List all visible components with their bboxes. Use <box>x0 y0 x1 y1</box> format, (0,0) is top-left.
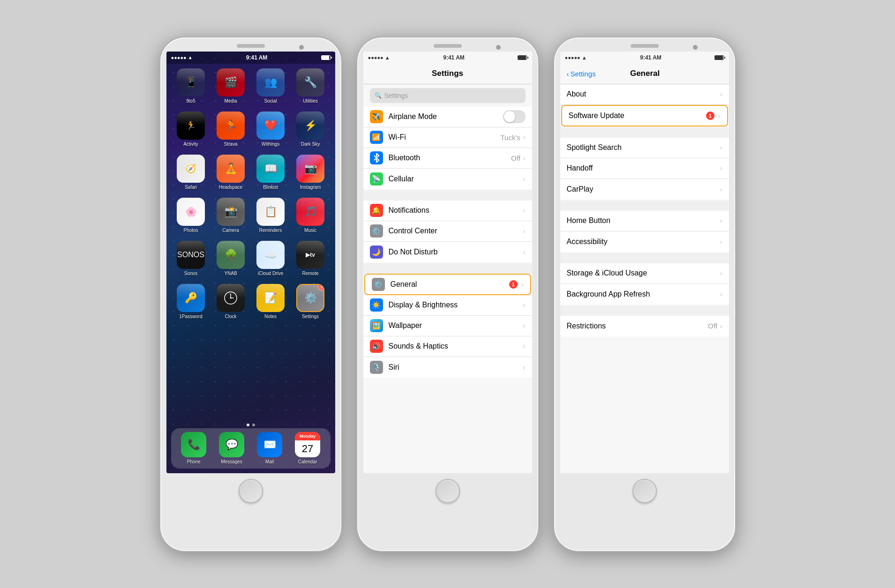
app-activity[interactable]: 🏃 Activity <box>173 112 209 147</box>
home-button-2[interactable] <box>436 479 460 503</box>
settings-row-display[interactable]: ☀️ Display & Brightness › <box>363 295 532 316</box>
app-icon-safari[interactable]: 🧭 <box>177 155 205 183</box>
settings-row-bluetooth[interactable]: Bluetooth Off › <box>363 148 532 169</box>
app-icon-headspace[interactable]: 🧘 <box>217 155 245 183</box>
page-dots <box>166 424 335 426</box>
app-remote[interactable]: ▶tv Remote <box>293 241 329 276</box>
app-media[interactable]: 🎬 Media <box>213 68 249 104</box>
app-camera[interactable]: 📸 Camera <box>213 198 249 233</box>
app-icon-settings[interactable]: ⚙️ 1 <box>296 284 324 312</box>
app-social[interactable]: 👥 Social <box>253 68 289 104</box>
app-icon-social[interactable]: 👥 <box>256 68 285 97</box>
home-button-1[interactable] <box>239 479 263 503</box>
battery-fill-home <box>322 56 329 60</box>
app-icon-music[interactable]: 🎵 <box>296 198 324 226</box>
display-icon: ☀️ <box>370 298 383 312</box>
app-icon-instagram[interactable]: 📷 <box>296 155 324 183</box>
settings-row-siri[interactable]: 🎙️ Siri › <box>363 357 532 378</box>
app-music[interactable]: 🎵 Music <box>293 198 329 233</box>
dock-mail[interactable]: ✉️ Mail <box>257 432 282 465</box>
dock-icon-messages[interactable]: 💬 <box>219 432 244 457</box>
cellular-chevron: › <box>523 175 526 183</box>
settings-row-general[interactable]: ⚙️ General 1 › <box>364 274 531 295</box>
app-strava[interactable]: 🏃 Strava <box>213 112 249 147</box>
app-emoji-reminders: 📋 <box>264 206 277 218</box>
carplay-chevron: › <box>720 186 722 193</box>
general-row-homebutton[interactable]: Home Button › <box>560 211 729 231</box>
app-icon-strava[interactable]: 🏃 <box>217 112 245 140</box>
dock-phone[interactable]: 📞 Phone <box>181 432 206 465</box>
app-reminders[interactable]: 📋 Reminders <box>253 198 289 233</box>
app-icon-icloud[interactable]: ☁️ <box>256 241 285 269</box>
general-row-handoff[interactable]: Handoff › <box>560 158 729 179</box>
app-icon-withings[interactable]: ❤️ <box>256 112 285 140</box>
app-icon-darksky[interactable]: ⚡ <box>296 112 324 140</box>
app-1password[interactable]: 🔑 1Password <box>173 284 209 320</box>
app-emoji-camera: 📸 <box>225 206 237 218</box>
app-sonos[interactable]: SONOS Sonos <box>173 241 209 276</box>
settings-row-airplane[interactable]: ✈️ Airplane Mode <box>363 107 532 127</box>
general-row-storage[interactable]: Storage & iCloud Usage › <box>560 263 729 284</box>
general-row-about[interactable]: About › <box>560 84 729 105</box>
dock-icon-mail[interactable]: ✉️ <box>257 432 282 457</box>
app-darksky[interactable]: ⚡ Dark Sky <box>293 112 329 147</box>
app-utilities[interactable]: 🔧 Utilities <box>293 68 329 104</box>
settings-row-notifications[interactable]: 🔔 Notifications › <box>363 201 532 221</box>
settings-row-cellular[interactable]: 📡 Cellular › <box>363 169 532 189</box>
app-withings[interactable]: ❤️ Withings <box>253 112 289 147</box>
settings-row-dnd[interactable]: 🌙 Do Not Disturb › <box>363 242 532 262</box>
app-icon-1password[interactable]: 🔑 <box>177 284 205 312</box>
app-emoji-icloud: ☁️ <box>264 249 277 261</box>
dock-messages[interactable]: 💬 Messages <box>219 432 244 465</box>
general-row-softwareupdate[interactable]: Software Update 1 › <box>561 105 728 127</box>
app-headspace[interactable]: 🧘 Headspace <box>213 155 249 190</box>
app-icon-reminders[interactable]: 📋 <box>256 198 285 226</box>
app-icon-utilities[interactable]: 🔧 <box>296 68 324 97</box>
app-instagram[interactable]: 📷 Instagram <box>293 155 329 190</box>
app-emoji-photos: 🌸 <box>185 206 197 217</box>
settings-search-bar[interactable]: 🔍 Settings <box>370 88 526 103</box>
app-label-instagram: Instagram <box>300 185 321 190</box>
app-safari[interactable]: 🧭 Safari <box>173 155 209 190</box>
app-emoji-remote: ▶tv <box>306 252 315 258</box>
app-notes[interactable]: 📝 Notes <box>253 284 289 320</box>
general-row-accessibility[interactable]: Accessibility › <box>560 231 729 252</box>
app-label-settings: Settings <box>302 314 319 320</box>
app-9to5[interactable]: 📱 9to5 <box>173 68 209 104</box>
app-icon-9to5[interactable]: 📱 <box>177 68 205 97</box>
app-icon-media[interactable]: 🎬 <box>217 68 245 97</box>
app-icon-blinkist[interactable]: 📖 <box>256 155 285 183</box>
app-icon-ynab[interactable]: 🌳 <box>217 241 245 269</box>
app-ynab[interactable]: 🌳 YNAB <box>213 241 249 276</box>
home-button-3[interactable] <box>632 479 657 503</box>
softwareupdate-badge: 1 <box>706 112 714 120</box>
app-icon-sonos[interactable]: SONOS <box>177 241 205 269</box>
general-row-spotlight[interactable]: Spotlight Search › <box>560 138 729 158</box>
dock-icon-calendar[interactable]: Monday 27 <box>295 432 320 457</box>
app-icon-activity[interactable]: 🏃 <box>177 112 205 140</box>
wifi-icon-home: ▲ <box>188 55 193 60</box>
dock-icon-phone[interactable]: 📞 <box>181 432 206 457</box>
app-photos[interactable]: 🌸 Photos <box>173 198 209 233</box>
app-icon-remote[interactable]: ▶tv <box>296 241 324 269</box>
dnd-icon: 🌙 <box>370 246 383 259</box>
back-button[interactable]: ‹ Settings <box>567 70 596 78</box>
app-icon-clock[interactable] <box>217 284 245 312</box>
dock-calendar[interactable]: Monday 27 Calendar <box>295 432 320 465</box>
app-icloud[interactable]: ☁️ iCloud Drive <box>253 241 289 276</box>
app-blinkist[interactable]: 📖 Blinkist <box>253 155 289 190</box>
settings-row-controlcenter[interactable]: ⚙️ Control Center › <box>363 221 532 242</box>
airplane-icon: ✈️ <box>370 110 383 123</box>
app-icon-photos[interactable]: 🌸 <box>177 198 205 226</box>
settings-row-wallpaper[interactable]: 🖼️ Wallpaper › <box>363 316 532 336</box>
settings-row-wifi[interactable]: 📶 Wi-Fi Tuck's › <box>363 127 532 148</box>
app-clock[interactable]: Clock <box>213 284 249 320</box>
general-row-carplay[interactable]: CarPlay › <box>560 179 729 200</box>
airplane-toggle[interactable] <box>503 110 526 123</box>
app-icon-camera[interactable]: 📸 <box>217 198 245 226</box>
app-icon-notes[interactable]: 📝 <box>256 284 285 312</box>
settings-row-sounds[interactable]: 🔊 Sounds & Haptics › <box>363 336 532 357</box>
general-row-restrictions[interactable]: Restrictions Off › <box>560 316 729 336</box>
general-row-bgrefresh[interactable]: Background App Refresh › <box>560 284 729 305</box>
app-settings[interactable]: ⚙️ 1 Settings <box>293 284 329 320</box>
